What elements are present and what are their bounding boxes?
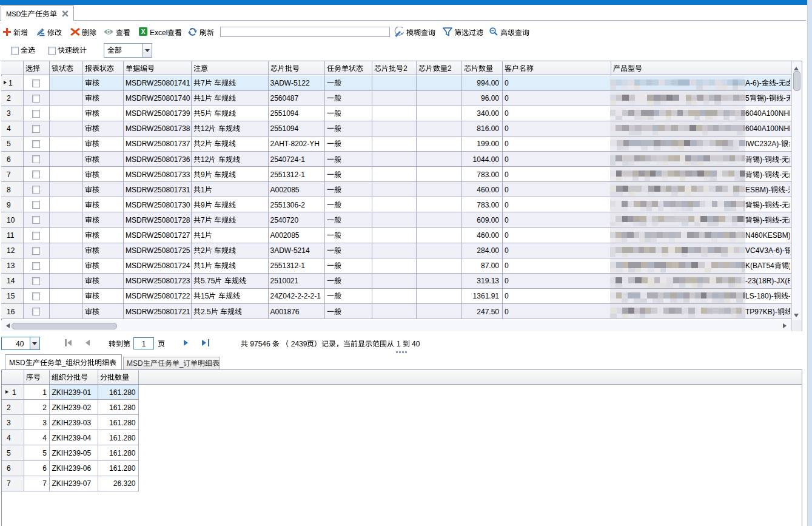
svg-text:X: X [141,29,146,35]
